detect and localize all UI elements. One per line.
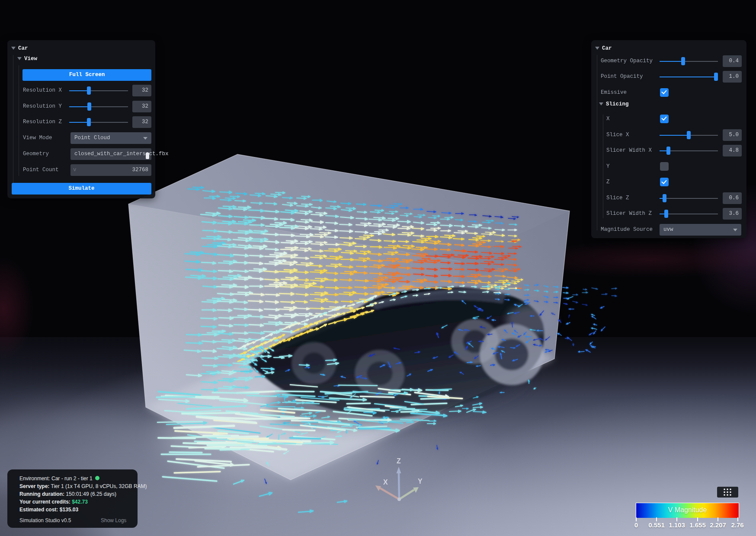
svg-text:X: X (383, 479, 388, 486)
svg-text:Z: Z (397, 457, 401, 465)
svg-text:Y: Y (418, 478, 423, 485)
